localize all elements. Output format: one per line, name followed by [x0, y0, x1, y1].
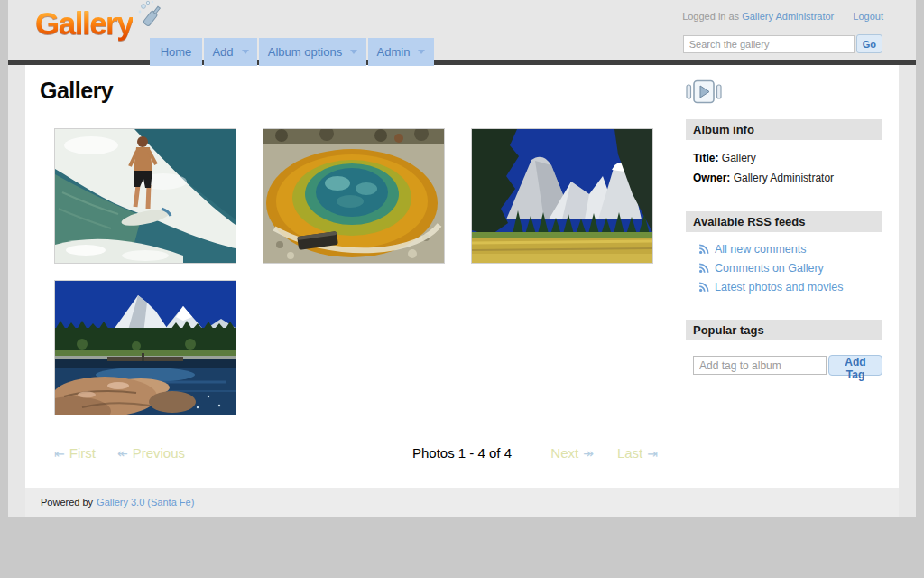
album-owner-line: Owner: Gallery Administrator: [693, 172, 882, 184]
valley-image: [472, 129, 652, 263]
rss-icon: [698, 263, 709, 274]
nav-add-label: Add: [212, 45, 233, 59]
rss-feed-list: All new comments Comments on Gallery: [698, 243, 882, 294]
pagination-next-label: Next: [550, 445, 578, 461]
nav-album-options-label: Album options: [268, 45, 342, 59]
photo-thumbnail-valley[interactable]: [472, 129, 652, 263]
rss-link-label: Comments on Gallery: [715, 262, 824, 275]
user-profile-link[interactable]: Gallery Administrator: [742, 11, 834, 22]
rss-icon: [698, 282, 709, 293]
user-bar: Logged in as Gallery Administrator Logou…: [682, 11, 883, 22]
search-bar: Go: [683, 34, 882, 53]
first-page-icon: ⇤: [54, 446, 65, 461]
site-footer: Powered by Gallery 3.0 (Santa Fe): [25, 488, 899, 517]
site-wrapper: Gallery Logged in as Gallery Administrat…: [8, 0, 916, 517]
logged-in-text: Logged in as: [682, 11, 739, 22]
chevron-down-icon: [350, 50, 357, 54]
popular-tags-heading: Popular tags: [686, 320, 882, 340]
pagination-left-group: ⇤ First ↞ Previous: [54, 445, 185, 461]
content-panel: Gallery: [25, 65, 899, 488]
pagination-last-label: Last: [617, 445, 642, 461]
gallery-logo-text: Gallery: [35, 5, 133, 41]
nav-admin[interactable]: Admin: [368, 38, 434, 66]
album-title-label: Title:: [693, 152, 718, 164]
hot-spring-image: [263, 129, 444, 263]
pagination-first-label: First: [69, 445, 96, 461]
rss-link-latest-photos-and-movies[interactable]: Latest photos and movies: [698, 281, 882, 294]
search-go-button[interactable]: Go: [856, 34, 882, 53]
rss-link-all-new-comments[interactable]: All new comments: [698, 243, 882, 256]
champagne-bottle-icon: [136, 0, 167, 31]
lake-image: [55, 281, 236, 415]
pagination-next: Next ↠: [550, 445, 594, 461]
pagination-previous-label: Previous: [133, 445, 185, 461]
album-info-heading: Album info: [686, 119, 882, 140]
chevron-down-icon: [418, 50, 425, 54]
rss-link-label: All new comments: [715, 243, 806, 256]
rss-link-comments-on-gallery[interactable]: Comments on Gallery: [698, 262, 882, 275]
last-page-icon: ⇥: [647, 446, 658, 461]
site-header: Gallery Logged in as Gallery Administrat…: [8, 0, 916, 60]
pagination: Photos 1 - 4 of 4 ⇤ First ↞ Previous Nex…: [25, 445, 899, 463]
album-owner-label: Owner:: [693, 172, 730, 184]
logout-link[interactable]: Logout: [853, 11, 883, 22]
photo-thumbnail-lake[interactable]: [55, 281, 236, 415]
album-owner-value: Gallery Administrator: [734, 172, 834, 184]
next-page-icon: ↠: [583, 446, 594, 461]
pagination-last: Last ⇥: [617, 445, 658, 461]
nav-admin-label: Admin: [377, 45, 411, 59]
rss-feeds-heading: Available RSS feeds: [686, 211, 882, 232]
pagination-right-group: Next ↠ Last ⇥: [550, 445, 658, 461]
nav-home[interactable]: Home: [150, 38, 202, 66]
nav-home-label: Home: [161, 45, 192, 59]
pagination-first: ⇤ First: [54, 445, 96, 461]
page-title: Gallery: [40, 78, 113, 104]
surfer-image: [55, 129, 236, 263]
rss-link-label: Latest photos and movies: [715, 281, 843, 294]
add-tag-input[interactable]: [693, 356, 827, 375]
main-nav: Home Add Album options Admin: [150, 38, 436, 66]
slideshow-button[interactable]: [686, 79, 722, 107]
gallery-logo[interactable]: Gallery: [35, 5, 152, 56]
album-title-value: Gallery: [722, 152, 756, 164]
nav-add[interactable]: Add: [204, 38, 257, 66]
add-tag-row: Add Tag: [693, 355, 882, 376]
photo-thumbnail-hot-spring[interactable]: [263, 129, 444, 263]
pagination-previous: ↞ Previous: [117, 445, 185, 461]
add-tag-button[interactable]: Add Tag: [828, 355, 882, 376]
rss-icon: [698, 244, 709, 255]
slideshow-play-icon: [686, 79, 722, 104]
powered-by-text: Powered by: [41, 497, 93, 508]
nav-album-options[interactable]: Album options: [259, 38, 366, 66]
chevron-down-icon: [242, 50, 249, 54]
sidebar: Album info Title: Gallery Owner: Gallery…: [686, 79, 882, 376]
gallery-version-link[interactable]: Gallery 3.0 (Santa Fe): [97, 497, 194, 508]
photo-thumbnail-surfer[interactable]: [55, 129, 236, 263]
search-input[interactable]: [683, 35, 855, 53]
album-title-line: Title: Gallery: [693, 152, 882, 164]
previous-page-icon: ↞: [117, 446, 128, 461]
